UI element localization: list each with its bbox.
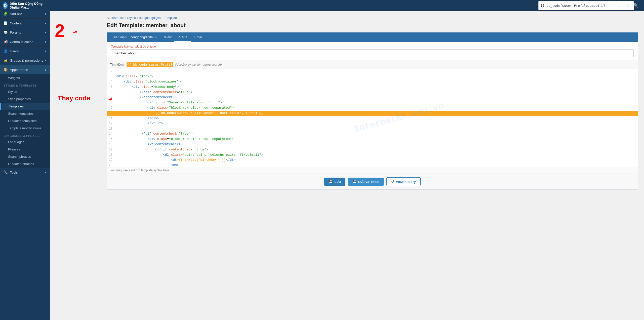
code-line-8: 8 <xf:if is="$user.Profile.about != ''">	[107, 100, 638, 105]
editor-search-hint: (Use /re/ syntax for regexp search)	[175, 63, 222, 66]
sidebar: ⚙ Setup ▼ 🧩 Add-ons ▼ 📄 Content ▼	[0, 0, 50, 320]
template-name-hint: Must be unique	[135, 45, 156, 48]
save-exit-button[interactable]: 💾 Lưu và Thoát	[348, 178, 384, 186]
sidebar-item-groups[interactable]: 🔒 Groups & permissions ▼	[0, 56, 50, 65]
code-line-17: 17 <xf:if contentcheck="true">	[107, 147, 638, 152]
sidebar-item-forums[interactable]: 💬 Forums ▼	[0, 28, 50, 37]
sidebar-label-appearance: Appearance	[10, 68, 28, 72]
sidebar-item-communication[interactable]: 📢 Communication ▼	[0, 37, 50, 46]
template-name-input[interactable]	[111, 49, 634, 57]
search-query-text: {{ bb_code($user.Profile.about	[541, 4, 600, 8]
code-line-6: 6 <xf:if contentcheck="true">	[107, 90, 638, 95]
breadcrumb-templates[interactable]: congdongdigital - Templates	[139, 16, 178, 20]
code-line-3: 3 <div class="block">	[107, 74, 638, 79]
site-name: Diễn Đàn Cộng Đồng Digital Mar...	[10, 2, 47, 9]
content-chevron: ▼	[44, 22, 47, 25]
history-icon: ↺	[391, 180, 394, 184]
save-exit-icon: 💾	[352, 180, 357, 184]
search-prev-button[interactable]: ⌄	[607, 2, 614, 9]
sidebar-item-appearance[interactable]: 🎨 Appearance ▲	[0, 65, 50, 74]
tools-icon: 🔧	[4, 170, 8, 174]
style-label: Giao diện:	[111, 33, 129, 42]
annotation-arrow-1: ➜	[72, 28, 78, 35]
code-line-20: 20 <dd>	[107, 163, 638, 167]
groups-icon: 🔒	[4, 58, 8, 62]
sidebar-item-tools[interactable]: 🔧 Tools ▼	[0, 168, 50, 177]
sidebar-item-template-modifications[interactable]: Template modifications	[0, 125, 50, 132]
sidebar-item-users[interactable]: 👤 Users ▼	[0, 47, 50, 56]
style-selector-group: Giao diện: congdongdigital ▼	[109, 33, 160, 42]
breadcrumb-sep-3: ›	[180, 16, 181, 20]
breadcrumb-styles[interactable]: Styles	[127, 16, 136, 20]
appearance-submenu: Widgets Styles & templates Styles Style …	[0, 74, 50, 168]
sidebar-item-phrases[interactable]: Phrases	[0, 146, 50, 153]
style-caret-icon: ▼	[154, 36, 157, 39]
sidebar-item-search-phrases[interactable]: Search phrases	[0, 153, 50, 160]
breadcrumb: Appearance › Styles › congdongdigital - …	[107, 16, 638, 20]
sidebar-label-communication: Communication	[10, 40, 33, 44]
appearance-icon: 🎨	[4, 68, 8, 72]
code-line-7: 7 <xf:contentcheck>	[107, 95, 638, 100]
sidebar-section-communication: 📢 Communication ▼	[0, 37, 50, 47]
view-history-button[interactable]: ↺ View history	[386, 177, 420, 186]
logo-icon: D	[3, 2, 8, 9]
sidebar-item-widgets[interactable]: Widgets	[0, 74, 50, 82]
sidebar-section-forums: 💬 Forums ▼	[0, 28, 50, 37]
sidebar-section-users: 👤 Users ▼	[0, 47, 50, 56]
content-icon: 📄	[4, 21, 8, 25]
style-select[interactable]: congdongdigital ▼	[130, 34, 158, 41]
appearance-chevron: ▲	[44, 68, 47, 71]
communication-chevron: ▼	[44, 41, 47, 43]
languages-phrases-header: Languages & phrases	[0, 132, 50, 138]
sidebar-label-groups: Groups & permissions	[10, 59, 43, 62]
code-line-11: 11 </div>	[107, 116, 638, 121]
addons-icon: 🧩	[4, 12, 8, 16]
tab-public[interactable]: Public	[174, 32, 191, 42]
annotation-thay-code: Thay code	[58, 94, 90, 102]
code-line-19: 19 <dt>{{ phrase('birthday') }}</dt>	[107, 157, 638, 163]
search-highlight-text: {{ bb_code($user.Profil	[127, 62, 173, 67]
topbar-right: {{ bb_code($user.Profile.about 1/2 ⌄ ⌄ ✕…	[621, 2, 644, 9]
code-line-10: 10 {{ bb_code($user.Profile.about, 'user…	[107, 111, 638, 116]
code-editor[interactable]: InternetRA.edu.vn 2 3 <div class="block"…	[107, 69, 638, 167]
sidebar-item-templates[interactable]: Templates	[0, 103, 50, 110]
forums-chevron: ▼	[44, 31, 47, 34]
save-label: Lưu	[334, 180, 341, 184]
sidebar-section-tools: 🔧 Tools ▼	[0, 168, 50, 177]
kieu-label: Kiểu:	[164, 35, 172, 39]
breadcrumb-sep-2: ›	[137, 16, 138, 20]
editor-footer-hint: You may use XenForo template syntax here…	[107, 167, 638, 174]
sidebar-item-style-properties[interactable]: Style properties	[0, 95, 50, 103]
code-line-2: 2	[107, 69, 638, 74]
code-line-13: 13	[107, 126, 638, 131]
sidebar-section-groups: 🔒 Groups & permissions ▼	[0, 56, 50, 65]
breadcrumb-sep-1: ›	[125, 16, 126, 20]
template-name-label-text: Template Name:	[111, 45, 133, 48]
sidebar-item-styles[interactable]: Styles	[0, 88, 50, 95]
forums-icon: 💬	[4, 30, 8, 34]
page-title: Edit Template: member_about	[107, 22, 638, 29]
tab-email[interactable]: Email	[191, 33, 206, 42]
search-next-button[interactable]: ⌄	[616, 2, 623, 9]
save-exit-label: Lưu và Thoát	[358, 180, 380, 184]
sidebar-item-languages[interactable]: Languages	[0, 138, 50, 146]
sidebar-label-tools: Tools	[10, 171, 18, 174]
sidebar-item-content[interactable]: 📄 Content ▼	[0, 19, 50, 28]
sidebar-label-forums: Forums	[10, 31, 21, 34]
sidebar-label-content: Content	[10, 21, 22, 25]
topbar: D Diễn Đàn Cộng Đồng Digital Mar... {{ b…	[0, 0, 644, 11]
sidebar-item-outdated-phrases[interactable]: Outdated phrases	[0, 160, 50, 168]
addons-chevron: ▼	[44, 13, 47, 15]
code-line-5: 5 <div class="block-body">	[107, 85, 638, 90]
action-bar: 💾 Lưu 💾 Lưu và Thoát ↺ View history	[107, 174, 638, 189]
sidebar-item-outdated-templates[interactable]: Outdated templates	[0, 117, 50, 125]
code-line-4: 4 <div class="block-container">	[107, 79, 638, 85]
breadcrumb-appearance[interactable]: Appearance	[107, 16, 124, 20]
users-chevron: ▼	[44, 50, 47, 53]
sidebar-item-search-templates[interactable]: Search templates	[0, 110, 50, 117]
editor-search-label: Tìm kiếm:	[110, 63, 125, 66]
annotation-2: 2	[55, 21, 65, 41]
save-button[interactable]: 💾 Lưu	[324, 178, 345, 186]
search-close-button[interactable]: ✕	[624, 2, 632, 9]
sidebar-label-addons: Add-ons	[10, 12, 22, 16]
